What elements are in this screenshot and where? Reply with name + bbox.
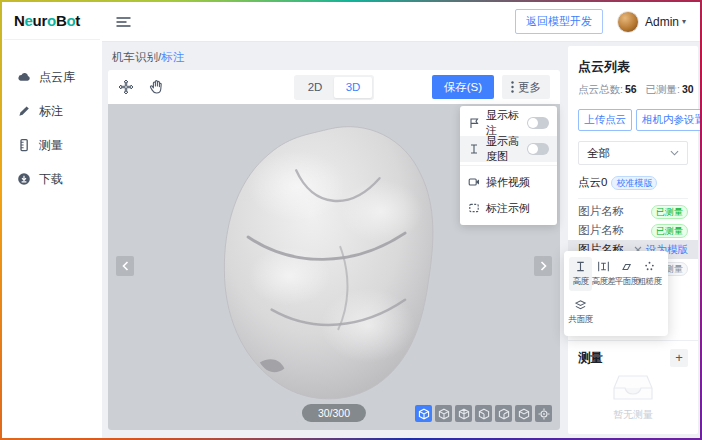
add-measure-button[interactable]: +: [670, 349, 688, 367]
view-orientation-button-3[interactable]: [475, 405, 492, 422]
view-orientation-button-5[interactable]: [515, 405, 532, 422]
tool-coplanarity[interactable]: 共面度: [569, 295, 592, 329]
tool-roughness[interactable]: 粗糙度: [638, 257, 661, 291]
sidebar-item-label: 测量: [39, 137, 63, 154]
height-tool-icon: [574, 260, 587, 273]
measured-label: 已测量:: [646, 83, 680, 95]
more-dots-icon: [511, 81, 514, 93]
template-badge: 校准模版: [611, 176, 657, 190]
pen-icon: [17, 104, 31, 118]
hand-tool-icon[interactable]: [148, 79, 164, 95]
cube-icon: [478, 408, 490, 420]
logo-text: t: [75, 12, 80, 29]
list-item[interactable]: 图片名称 已测量: [568, 202, 698, 221]
menu-item-tutorial-video[interactable]: 操作视频: [460, 169, 557, 195]
image-name: 图片名称: [578, 223, 624, 238]
next-image-button[interactable]: [534, 256, 552, 276]
image-counter: 30/300: [302, 404, 366, 422]
cube-icon: [498, 408, 510, 420]
view-orientation-button-1[interactable]: [435, 405, 452, 422]
status-badge: 已测量: [651, 224, 688, 238]
sidebar-item-label: 下载: [39, 171, 63, 188]
camera-intrinsics-button[interactable]: 相机内参设置: [636, 109, 700, 131]
logo-gear-letter: o: [66, 12, 75, 29]
ruler-icon: [17, 138, 31, 152]
coplanarity-tool-icon: [574, 298, 587, 311]
download-icon: [17, 172, 31, 186]
view-orientation-button-2[interactable]: [455, 405, 472, 422]
pointcloud-panel: 点云列表 点云总数:56 已测量:30 上传点云 相机内参设置 全部 点云0 校…: [568, 46, 698, 434]
upload-pointcloud-button[interactable]: 上传点云: [578, 109, 632, 131]
tool-height-diff[interactable]: 高度差: [592, 257, 615, 291]
menu-item-show-annotation[interactable]: 显示标注: [460, 110, 557, 136]
view-orientation-button-4[interactable]: [495, 405, 512, 422]
tool-label: 平面度: [615, 276, 639, 288]
measure-section-header: 测量 +: [568, 340, 698, 367]
app-window: NeuroBot 点云库 标注 测量 下载 返回模型开发: [2, 2, 700, 438]
sidebar-item-label: 标注: [39, 103, 63, 120]
show-annotation-toggle[interactable]: [527, 117, 549, 129]
move-tool-icon[interactable]: [118, 79, 134, 95]
logo-text: B: [56, 12, 67, 29]
content-area: 机车识别/标注 2D 3D 保存(S) 更多: [102, 42, 700, 438]
sidebar-item-annotation[interactable]: 标注: [2, 94, 102, 128]
status-badge: 已测量: [651, 205, 688, 219]
menu-item-label: 标注示例: [486, 201, 530, 216]
breadcrumb-current: 标注: [161, 51, 184, 63]
pointcloud-group-row[interactable]: 点云0 校准模版: [578, 175, 688, 199]
avatar[interactable]: [617, 11, 639, 33]
app-logo: NeuroBot: [4, 2, 100, 40]
measure-title: 测量: [578, 350, 603, 367]
caret-down-icon[interactable]: ▾: [682, 17, 686, 26]
mode-3d-button[interactable]: 3D: [334, 77, 372, 98]
tooth-3d-model[interactable]: [203, 112, 458, 417]
canvas-toolbar: 2D 3D 保存(S) 更多: [108, 70, 560, 104]
crosshair-icon: [538, 408, 550, 420]
empty-inbox-icon: [611, 368, 655, 404]
total-stat: 点云总数:56: [578, 83, 637, 97]
show-heightmap-toggle[interactable]: [527, 143, 549, 155]
menu-item-label: 显示高度图: [486, 134, 521, 164]
tool-label: 高度: [573, 276, 589, 288]
tool-label: 共面度: [569, 314, 593, 326]
save-button[interactable]: 保存(S): [432, 75, 494, 99]
collapse-menu-icon[interactable]: [116, 15, 131, 29]
chevron-right-icon: [540, 261, 547, 271]
panel-stats: 点云总数:56 已测量:30: [578, 83, 688, 97]
tool-flatness[interactable]: 平面度: [615, 257, 638, 291]
sidebar-item-label: 点云库: [39, 69, 75, 86]
tools-row: 高度 高度差 平面度 粗糙度: [569, 257, 663, 291]
panel-title: 点云列表: [578, 58, 688, 76]
filter-select[interactable]: 全部: [578, 141, 688, 165]
view-orientation-bar: [415, 405, 552, 422]
sidebar-item-measure[interactable]: 测量: [2, 128, 102, 162]
sidebar-item-download[interactable]: 下载: [2, 162, 102, 196]
viewer-card: 2D 3D 保存(S) 更多: [108, 70, 560, 430]
screenshot-frame: NeuroBot 点云库 标注 测量 下载 返回模型开发: [0, 0, 702, 440]
sidebar-item-pointcloud-library[interactable]: 点云库: [2, 60, 102, 94]
prev-image-button[interactable]: [116, 256, 134, 276]
sidebar-nav: 点云库 标注 测量 下载: [2, 60, 102, 196]
more-button-label: 更多: [518, 80, 541, 95]
menu-separator: [460, 165, 557, 166]
dimension-toggle: 2D 3D: [294, 75, 374, 100]
menu-item-show-heightmap[interactable]: 显示高度图: [460, 136, 557, 162]
tool-height[interactable]: 高度: [569, 257, 592, 291]
video-icon: [468, 176, 480, 188]
measure-tools-popup: 高度 高度差 平面度 粗糙度: [564, 251, 668, 336]
more-button[interactable]: 更多: [502, 75, 550, 99]
image-name: 图片名称: [578, 204, 624, 219]
list-item[interactable]: 图片名称 已测量: [568, 221, 698, 240]
breadcrumb-parent[interactable]: 机车识别: [112, 51, 158, 63]
breadcrumb: 机车识别/标注: [112, 50, 184, 65]
mode-2d-button[interactable]: 2D: [296, 77, 334, 98]
tool-label: 高度差: [592, 276, 616, 288]
measured-stat: 已测量:30: [646, 83, 694, 97]
user-name[interactable]: Admin: [645, 15, 679, 29]
view-default-button[interactable]: [415, 405, 432, 422]
back-to-model-dev-button[interactable]: 返回模型开发: [515, 9, 603, 34]
locate-center-button[interactable]: [535, 405, 552, 422]
empty-state-text: 暂无测量: [613, 408, 653, 422]
menu-item-annotation-example[interactable]: 标注示例: [460, 195, 557, 221]
cube-icon: [418, 408, 430, 420]
